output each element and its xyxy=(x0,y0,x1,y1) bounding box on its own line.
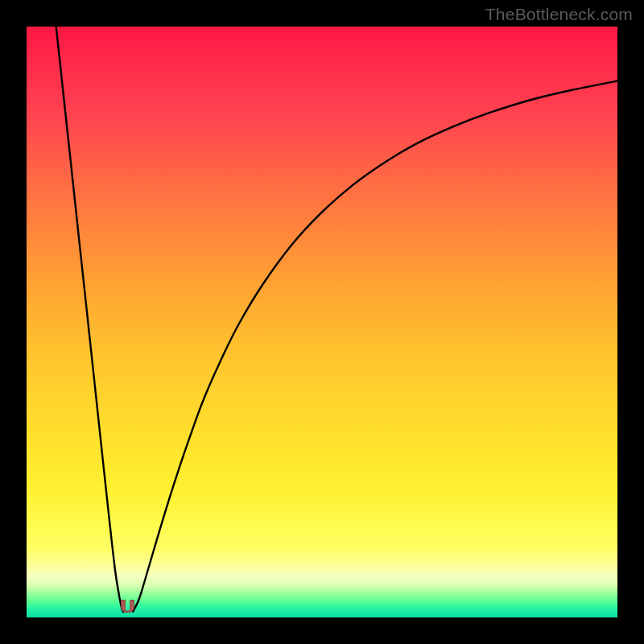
plot-area xyxy=(27,27,617,617)
chart-frame: TheBottleneck.com xyxy=(0,0,644,644)
bottleneck-marker-icon xyxy=(122,601,134,613)
chart-svg xyxy=(27,27,617,617)
curve-right-branch xyxy=(133,81,617,612)
curve-left-branch xyxy=(56,27,123,612)
watermark-text: TheBottleneck.com xyxy=(485,5,633,24)
